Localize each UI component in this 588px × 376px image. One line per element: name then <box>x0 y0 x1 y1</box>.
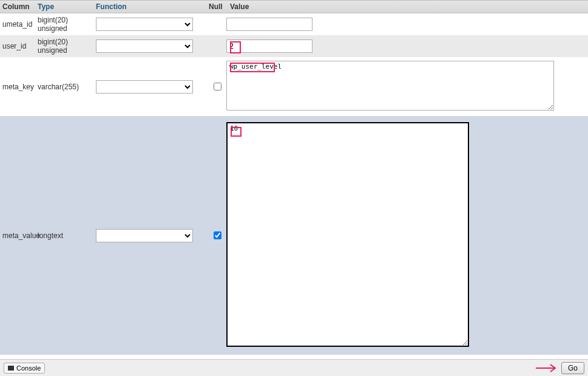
table-row: umeta_id bigint(20) unsigned <box>0 13 588 35</box>
table-row: user_id bigint(20) unsigned <box>0 35 588 57</box>
header-column: Column <box>0 2 38 11</box>
column-type: varchar(255) <box>38 61 96 112</box>
table-row: meta_key varchar(255) <box>0 57 588 116</box>
header-value: Value <box>226 2 588 11</box>
function-select[interactable] <box>96 229 193 242</box>
table-header: Column Type Function Null Value <box>0 0 588 13</box>
null-checkbox-meta_value[interactable] <box>214 231 221 239</box>
arrow-right-icon <box>536 364 558 372</box>
console-button[interactable]: Console <box>4 363 45 374</box>
header-type-link[interactable]: Type <box>38 2 54 11</box>
go-button[interactable]: Go <box>561 362 584 374</box>
null-checkbox-meta_key[interactable] <box>214 83 221 91</box>
console-label: Console <box>16 364 41 372</box>
value-input-umeta_id[interactable] <box>226 18 313 31</box>
value-textarea-meta_value[interactable] <box>226 122 469 347</box>
function-select[interactable] <box>96 18 193 31</box>
console-icon <box>8 366 14 371</box>
column-name: meta_value <box>0 122 38 349</box>
header-null: Null <box>209 2 226 11</box>
header-function-link[interactable]: Function <box>96 2 127 11</box>
bottom-bar: Console Go <box>0 359 588 376</box>
value-input-user_id[interactable] <box>226 39 313 53</box>
column-type: longtext <box>38 122 96 349</box>
column-type: bigint(20) unsigned <box>38 16 96 33</box>
table-row: meta_value longtext <box>0 116 588 355</box>
value-textarea-meta_key[interactable] <box>226 61 554 111</box>
column-name: user_id <box>0 42 38 50</box>
column-type: bigint(20) unsigned <box>38 38 96 55</box>
function-select[interactable] <box>96 80 193 94</box>
function-select[interactable] <box>96 39 193 53</box>
column-name: umeta_id <box>0 20 38 29</box>
column-name: meta_key <box>0 61 38 112</box>
